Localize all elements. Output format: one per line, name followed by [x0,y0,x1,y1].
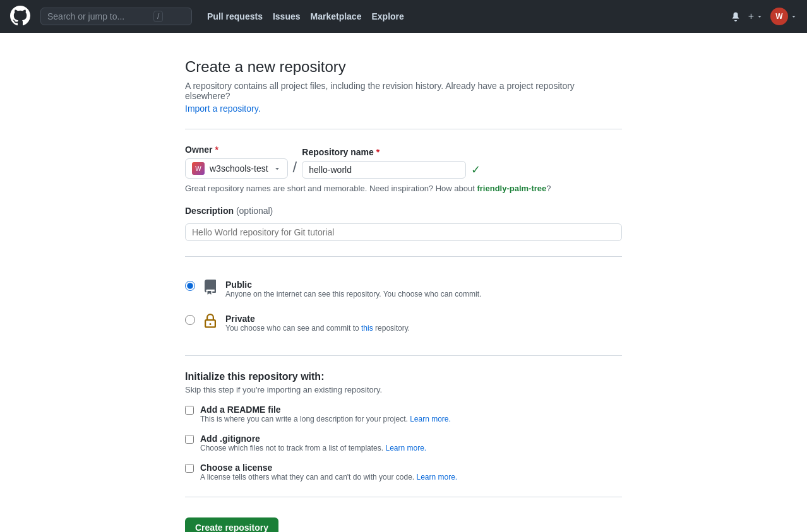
visibility-divider [185,256,622,257]
license-option: Choose a license A license tells others … [185,463,622,482]
owner-avatar: W [192,162,205,175]
page-title: Create a new repository [185,58,622,76]
public-content: Public Anyone on the internet can see th… [225,280,481,299]
license-content: Choose a license A license tells others … [200,463,457,482]
init-title: Initialize this repository with: [185,371,622,382]
private-content: Private You choose who can see and commi… [225,314,410,333]
readme-desc: This is where you can write a long descr… [200,415,451,423]
private-desc-link[interactable]: this [361,324,373,333]
plus-button[interactable]: + [748,11,763,22]
nav-pull-requests[interactable]: Pull requests [207,11,263,21]
owner-group: Owner* W w3schools-test [185,145,288,179]
owner-select[interactable]: W w3schools-test [185,158,288,179]
private-radio[interactable] [185,315,195,325]
public-icon [203,280,218,298]
public-option[interactable]: Public Anyone on the internet can see th… [185,272,622,306]
notifications-button[interactable] [731,11,741,21]
visibility-section: Public Anyone on the internet can see th… [185,272,622,340]
owner-label: Owner* [185,145,288,155]
import-link[interactable]: Import a repository. [185,103,261,114]
license-learn-link[interactable]: Learn more. [417,473,458,482]
gitignore-option: Add .gitignore Choose which files not to… [185,434,622,452]
readme-learn-link[interactable]: Learn more. [410,415,451,423]
chevron-down-icon [273,165,281,172]
public-desc: Anyone on the internet can see this repo… [225,290,481,299]
repo-name-required: * [376,147,380,157]
init-subtitle: Skip this step if you're importing an ex… [185,385,622,394]
bottom-divider [185,497,622,497]
suggestion-text: Great repository names are short and mem… [185,184,622,193]
nav-marketplace[interactable]: Marketplace [311,11,362,21]
gitignore-desc: Choose which files not to track from a l… [200,444,426,452]
github-logo[interactable] [10,6,30,28]
navbar-right: + W [731,8,797,25]
desc-label: Description (optional) [185,206,622,216]
search-shortcut: / [153,11,163,22]
public-title: Public [225,280,481,290]
form-container: Create a new repository A repository con… [170,58,637,532]
repo-name-label: Repository name* [302,147,481,157]
avatar-button[interactable]: W [770,8,797,25]
nav-explore[interactable]: Explore [371,11,404,21]
readme-checkbox[interactable] [185,406,194,415]
slash-divider: / [293,158,297,179]
search-input[interactable] [47,11,148,21]
gitignore-content: Add .gitignore Choose which files not to… [200,434,426,452]
page-subtitle: A repository contains all project files,… [185,81,622,101]
owner-required: * [215,145,218,155]
init-section: Initialize this repository with: Skip th… [185,371,622,482]
navbar: / Pull requests Issues Marketplace Explo… [0,0,807,33]
public-radio[interactable] [185,281,195,291]
private-option[interactable]: Private You choose who can see and commi… [185,306,622,340]
gitignore-learn-link[interactable]: Learn more. [385,444,426,452]
nav-links: Pull requests Issues Marketplace Explore [207,11,404,21]
avatar: W [770,8,788,25]
search-box[interactable]: / [40,8,192,25]
gitignore-title: Add .gitignore [200,434,426,444]
private-desc: You choose who can see and commit to thi… [225,324,410,333]
validation-check-icon: ✓ [471,163,481,177]
license-desc: A license tells others what they can and… [200,473,457,482]
repo-name-input[interactable] [302,161,466,179]
private-icon [203,314,218,332]
optional-text: (optional) [236,206,273,216]
readme-option: Add a README file This is where you can … [185,405,622,423]
gitignore-checkbox[interactable] [185,435,194,444]
owner-repo-row: Owner* W w3schools-test / Repository nam… [185,145,622,179]
init-divider [185,355,622,356]
license-checkbox[interactable] [185,464,194,473]
readme-title: Add a README file [200,405,451,415]
create-repository-button[interactable]: Create repository [185,517,278,532]
license-title: Choose a license [200,463,457,473]
section-divider [185,129,622,129]
nav-issues[interactable]: Issues [273,11,301,21]
readme-content: Add a README file This is where you can … [200,405,451,423]
description-group: Description (optional) [185,206,622,241]
owner-value: w3schools-test [210,163,268,174]
suggestion-link[interactable]: friendly-palm-tree [477,184,546,193]
description-input[interactable] [185,223,622,241]
main-content: Create a new repository A repository con… [0,33,807,532]
repo-name-group: Repository name* ✓ [302,147,481,179]
private-title: Private [225,314,410,324]
